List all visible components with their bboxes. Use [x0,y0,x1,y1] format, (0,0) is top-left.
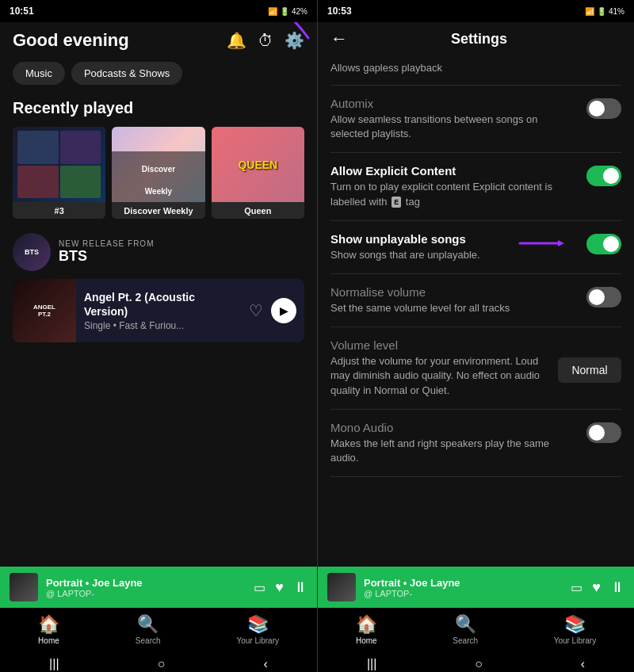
normalise-desc: Set the same volume level for all tracks [330,301,579,315]
normalise-title: Normalise volume [330,285,579,299]
right-np-title: Portrait • Joe Layne [364,577,563,589]
right-library-label: Your Library [554,636,597,645]
mono-text: Mono Audio Makes the left and right spea… [330,421,579,465]
left-nav-library[interactable]: 📚 Your Library [236,614,279,645]
left-now-playing[interactable]: Portrait • Joe Layne @ LAPTOP- ▭ ♥ ⏸ [0,567,317,608]
left-nav-home[interactable]: 🏠 Home [38,614,59,645]
unplayable-text: Show unplayable songs Show songs that ar… [330,232,579,262]
explicit-toggle[interactable] [586,166,621,186]
automix-toggle-thumb [589,101,605,116]
greeting-icons: 🔔 ⏱ ⚙️ [227,31,304,50]
like-icon[interactable]: ♡ [249,301,263,320]
left-pause-icon[interactable]: ⏸ [293,579,307,596]
normalise-toggle-track[interactable] [586,287,621,307]
right-np-art [327,573,356,601]
right-nav-home[interactable]: 🏠 Home [356,614,377,645]
explicit-desc: Turn on to play explicit content Explici… [330,180,579,208]
grid-label-2: Discover Weekly [112,202,204,219]
timer-icon[interactable]: ⏱ [258,32,273,50]
grid-label-1: #3 [13,202,105,219]
right-home-label: Home [356,636,377,645]
track-card[interactable]: ANGELPT.2 Angel Pt. 2 (Acoustic Version)… [13,279,304,342]
grid-item-1[interactable]: #3 [13,127,105,219]
left-gesture-bar: ||| ○ ‹ [0,656,317,672]
automix-desc: Allow seamless transitions between songs… [330,113,579,141]
right-nav-library[interactable]: 📚 Your Library [554,614,597,645]
left-screen-icon[interactable]: ▭ [254,580,265,595]
track-meta: Single • Fast & Furiou... [84,320,241,331]
new-release-label: NEW RELEASE FROM [59,239,304,248]
settings-mono: Mono Audio Makes the left and right spea… [330,410,621,477]
explicit-title: Allow Explicit Content [330,164,579,178]
right-bottom-nav: 🏠 Home 🔍 Search 📚 Your Library [318,608,634,656]
right-status-icons: 📶 🔋 41% [585,7,624,16]
new-release-info: NEW RELEASE FROM BTS [59,239,304,265]
right-screen-icon[interactable]: ▭ [571,580,582,595]
left-library-label: Your Library [236,636,279,645]
left-status-icons: 📶 🔋 42% [268,7,307,16]
volume-level-value[interactable]: Normal [558,357,621,383]
automix-toggle[interactable] [586,98,621,119]
right-nav-search[interactable]: 🔍 Search [453,614,478,645]
right-np-info: Portrait • Joe Layne @ LAPTOP- [364,577,563,598]
back-button[interactable]: ← [330,29,348,49]
left-gesture-home: ○ [158,657,166,671]
unplayable-toggle-track[interactable] [586,234,621,254]
unplayable-title: Show unplayable songs [330,232,579,246]
settings-explicit: Allow Explicit Content Turn on to play e… [330,153,621,220]
track-actions: ♡ ▶ [249,298,304,323]
right-pause-icon[interactable]: ⏸ [610,579,624,596]
normalise-toggle-thumb [589,289,605,305]
mono-toggle-track[interactable] [586,422,621,443]
play-icon[interactable]: ▶ [271,298,296,323]
grid-item-3[interactable]: QUEEN Queen [212,127,304,219]
filter-podcasts[interactable]: Podcasts & Shows [71,62,182,85]
explicit-text: Allow Explicit Content Turn on to play e… [330,164,579,208]
left-home-icon: 🏠 [38,614,59,635]
explicit-row: Allow Explicit Content Turn on to play e… [330,164,621,208]
automix-text: Automix Allow seamless transitions betwe… [330,97,579,141]
right-gesture-bar: ||| ○ ‹ [318,656,634,672]
right-gesture-home: ○ [475,657,483,671]
explicit-toggle-thumb [603,168,619,184]
filter-music[interactable]: Music [13,62,65,85]
unplayable-toggle[interactable] [586,234,621,254]
left-np-title: Portrait • Joe Layne [46,577,246,589]
grid-item-2[interactable]: DiscoverWeekly Discover Weekly [112,127,204,219]
right-gesture-menu: ||| [367,657,376,671]
right-search-label: Search [453,636,478,645]
volume-level-title: Volume level [330,338,621,352]
settings-scroll-area[interactable]: Allows gapless playback Automix Allow se… [318,55,634,567]
right-heart-icon[interactable]: ♥ [592,579,601,596]
automix-row: Automix Allow seamless transitions betwe… [330,97,621,141]
settings-icon[interactable]: ⚙️ [285,31,304,50]
settings-title: Settings [361,31,598,48]
left-nav-search[interactable]: 🔍 Search [136,614,161,645]
settings-unplayable: Show unplayable songs Show songs that ar… [330,221,621,274]
bell-icon[interactable]: 🔔 [227,31,246,50]
left-heart-icon[interactable]: ♥ [275,579,284,596]
mono-toggle-thumb [589,425,605,441]
grid-art-1 [13,127,105,202]
left-np-sub: @ LAPTOP- [46,589,246,598]
mono-toggle[interactable] [586,422,621,443]
gapless-playback-text: Allows gapless playback [330,55,621,86]
right-time: 10:53 [327,6,352,17]
left-main-content: Good evening 🔔 ⏱ ⚙️ Music Podcasts & Sho… [0,22,317,567]
track-title: Angel Pt. 2 (Acoustic Version) [84,290,241,319]
automix-toggle-track[interactable] [586,98,621,119]
left-np-icons: ▭ ♥ ⏸ [254,579,307,596]
mono-title: Mono Audio [330,421,579,434]
right-now-playing[interactable]: Portrait • Joe Layne @ LAPTOP- ▭ ♥ ⏸ [318,567,634,608]
track-art: ANGELPT.2 [13,279,76,342]
bts-art: BTS [13,233,51,271]
new-release-artist: BTS [59,248,304,265]
right-panel: 10:53 📶 🔋 41% ← Settings Allows gapless … [317,0,634,672]
volume-level-desc: Adjust the volume for your environment. … [330,354,550,398]
right-np-art-inner [327,573,356,601]
filter-row: Music Podcasts & Shows [13,62,304,85]
mono-desc: Makes the left and right speakers play t… [330,437,579,465]
explicit-toggle-track[interactable] [586,166,621,186]
normalise-toggle[interactable] [586,287,621,307]
discover-text: DiscoverWeekly [142,165,175,196]
